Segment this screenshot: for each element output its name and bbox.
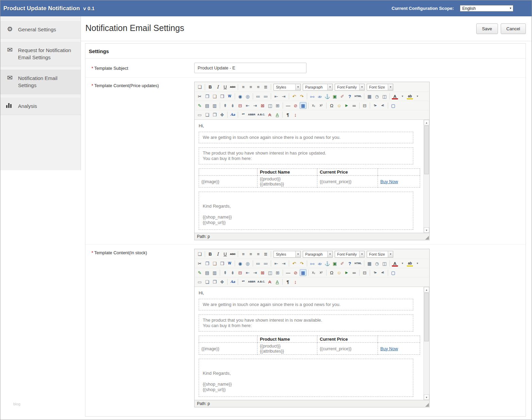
superscript-icon[interactable]: x² [318,102,325,109]
ltr-icon[interactable]: ¶▸ [372,102,379,109]
merge-cells-icon[interactable]: ⊞ [274,102,281,109]
style-props-icon[interactable]: Aa [229,278,236,285]
numbered-list-icon[interactable]: ≕ [262,260,269,267]
ins-icon[interactable]: A [274,278,281,285]
bullet-list-icon[interactable]: ≔ [255,93,262,100]
scroll-down-icon[interactable]: ▼ [424,394,429,400]
save-button[interactable]: Save [476,23,498,34]
emotions-icon[interactable]: ☺ [336,269,343,276]
move-forward-icon[interactable]: ❏ [204,278,211,285]
charmap-icon[interactable]: Ω [328,102,335,109]
emotions-icon[interactable]: ☺ [336,102,343,109]
find-replace-icon[interactable]: ◎ [244,260,251,267]
insert-layer-icon[interactable]: ▭ [196,111,203,118]
preview-icon[interactable]: ◫ [381,260,388,267]
editor-scrollbar[interactable]: ▲ ▼ [423,120,429,233]
cut-icon[interactable]: ✂ [196,93,203,100]
anchor-icon[interactable]: ⚓ [324,93,331,100]
table-cell-props-icon[interactable]: ▥ [211,269,218,276]
copy-icon[interactable]: ❐ [204,260,211,267]
align-justify-icon[interactable]: ≣ [262,251,269,258]
table-row-props-icon[interactable]: ▤ [204,269,211,276]
html-source-icon[interactable]: HTML [354,260,362,267]
email-template-body[interactable]: Hi, We are getting in touch once again s… [195,287,423,400]
sidebar-item-request-notification-email[interactable]: ✉ Request for Notification Email Setting… [0,41,81,66]
page-break-icon[interactable]: ↨ [292,278,299,285]
cancel-button[interactable]: Cancel [501,23,526,34]
font-family-select[interactable]: Font Family▼ [335,84,365,91]
visual-chars-icon[interactable]: ¶ [284,278,291,285]
absolute-position-icon[interactable]: ✥ [219,111,226,118]
redo-icon[interactable]: ↷ [298,93,305,100]
del-icon[interactable]: A [266,278,273,285]
editor-scrollbar[interactable]: ▲ ▼ [423,287,429,400]
visual-aid-icon[interactable]: ▦ [300,102,306,109]
backcolor-icon[interactable]: ab [406,93,413,100]
sidebar-item-analysis[interactable]: Analysis [0,97,81,115]
preview-icon[interactable]: ◫ [381,93,388,100]
forecolor-arrow-icon[interactable]: ▾ [399,260,406,267]
buy-now-link[interactable]: Buy Now [380,346,398,351]
editor-content-area-stock[interactable]: Hi, We are getting in touch once again s… [195,287,429,400]
visual-aid-icon[interactable]: ▦ [300,269,306,276]
advanced-hr-icon[interactable]: ═ [351,102,358,109]
table-row-props-icon[interactable]: ▤ [204,102,211,109]
cite-icon[interactable]: ❝❞ [240,278,247,285]
underline-icon[interactable]: U [222,84,229,91]
strikethrough-icon[interactable]: ABC [229,84,236,91]
delete-col-icon[interactable]: ⊠ [259,269,266,276]
align-justify-icon[interactable]: ≣ [262,84,269,91]
subscript-icon[interactable]: x₂ [310,102,317,109]
backcolor-icon[interactable]: ab [406,260,413,267]
media-icon[interactable]: ▶ [343,269,350,276]
paste-from-word-icon[interactable]: W [226,93,233,100]
style-props-icon[interactable]: Aa [229,111,236,118]
insert-row-after-icon[interactable]: ⇟ [229,269,236,276]
forecolor-arrow-icon[interactable]: ▾ [399,93,406,100]
remove-format-icon[interactable]: ⊘ [292,269,299,276]
delete-col-icon[interactable]: ⊠ [259,102,266,109]
anchor-icon[interactable]: ⚓ [324,260,331,267]
indent-icon[interactable]: ⇥ [280,260,287,267]
find-replace-icon[interactable]: ◎ [244,93,251,100]
paste-icon[interactable]: ❑ [211,93,218,100]
insert-col-before-icon[interactable]: ⇤ [244,102,251,109]
styles-select[interactable]: Styles▼ [273,251,301,258]
forecolor-icon[interactable]: A [392,93,398,100]
align-right-icon[interactable]: ≡ [255,251,262,258]
insert-time-icon[interactable]: ◷ [373,260,380,267]
rtl-icon[interactable]: ◂¶ [379,102,386,109]
resize-grip-icon[interactable] [425,403,429,407]
styles-select[interactable]: Styles▼ [273,84,301,91]
scrollbar-thumb[interactable] [424,293,429,341]
align-center-icon[interactable]: ≡ [247,84,254,91]
insert-col-before-icon[interactable]: ⇤ [244,269,251,276]
edit-table-icon[interactable]: ✎ [196,102,203,109]
link-icon[interactable]: ⧟ [309,93,316,100]
numbered-list-icon[interactable]: ≕ [262,93,269,100]
editor-content-area-price[interactable]: Hi, We are getting in touch once again s… [195,120,429,233]
bold-icon[interactable]: B [207,84,214,91]
italic-icon[interactable]: I [214,251,221,258]
merge-cells-icon[interactable]: ⊞ [274,269,281,276]
sidebar-item-general-settings[interactable]: ⚙ General Settings [0,20,81,38]
cut-icon[interactable]: ✂ [196,260,203,267]
undo-icon[interactable]: ↶ [291,260,298,267]
insert-date-icon[interactable]: ▦ [366,93,373,100]
help-icon[interactable]: ? [346,260,353,267]
undo-icon[interactable]: ↶ [291,93,298,100]
backcolor-arrow-icon[interactable]: ▾ [414,93,421,100]
outdent-icon[interactable]: ⇤ [273,260,280,267]
page-break-icon[interactable]: ↨ [292,111,299,118]
subscript-icon[interactable]: x₂ [310,269,317,276]
font-size-select[interactable]: Font Size▼ [367,251,393,258]
paste-as-text-icon[interactable]: ❒ [219,93,226,100]
scroll-up-icon[interactable]: ▲ [424,287,429,292]
horizontal-rule-icon[interactable]: — [285,102,292,109]
paragraph-select[interactable]: Paragraph▼ [303,251,333,258]
fullscreen-icon[interactable]: ▢ [390,102,397,109]
scrollbar-thumb[interactable] [424,126,429,174]
html-source-icon[interactable]: HTML [354,93,362,100]
acronym-icon[interactable]: A.B.C. [257,278,266,285]
align-center-icon[interactable]: ≡ [247,251,254,258]
